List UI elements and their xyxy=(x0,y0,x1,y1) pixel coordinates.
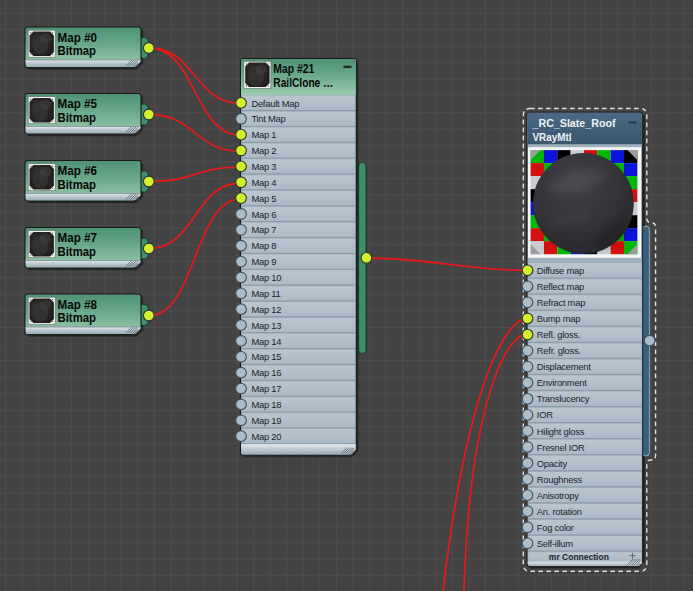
svg-text:VRayMtl: VRayMtl xyxy=(533,131,572,143)
svg-text:Bitmap: Bitmap xyxy=(58,44,97,58)
svg-text:Map 13: Map 13 xyxy=(251,320,281,331)
svg-text:Default Map: Default Map xyxy=(251,98,299,109)
svg-text:Fresnel IOR: Fresnel IOR xyxy=(537,442,585,453)
svg-text:Refl. gloss.: Refl. gloss. xyxy=(537,329,580,340)
svg-text:Map 1: Map 1 xyxy=(251,129,276,140)
svg-text:Diffuse map: Diffuse map xyxy=(537,265,584,276)
svg-text:Map 17: Map 17 xyxy=(251,383,281,394)
svg-text:Map #5: Map #5 xyxy=(58,97,98,111)
svg-text:Map #8: Map #8 xyxy=(58,298,98,312)
svg-text:Map 6: Map 6 xyxy=(251,209,276,220)
svg-text:Displacement: Displacement xyxy=(537,361,591,372)
svg-text:RailClone …: RailClone … xyxy=(273,76,333,90)
svg-text:Map 7: Map 7 xyxy=(251,224,276,235)
svg-text:Roughness: Roughness xyxy=(537,474,583,485)
svg-text:Translucency: Translucency xyxy=(537,393,590,404)
svg-text:Map #0: Map #0 xyxy=(58,31,98,45)
svg-text:Tint Map: Tint Map xyxy=(251,113,285,124)
svg-text:Map 14: Map 14 xyxy=(251,336,281,347)
svg-text:Map 8: Map 8 xyxy=(251,240,276,251)
svg-text:Map 5: Map 5 xyxy=(251,193,276,204)
svg-text:Map #21: Map #21 xyxy=(273,62,314,76)
svg-text:Refr. gloss.: Refr. gloss. xyxy=(537,345,581,356)
svg-text:Map 18: Map 18 xyxy=(251,399,281,410)
svg-text:Hilight gloss: Hilight gloss xyxy=(537,426,585,437)
svg-text:Anisotropy: Anisotropy xyxy=(537,490,579,501)
svg-text:Fog color: Fog color xyxy=(537,522,574,533)
svg-text:Self-illum: Self-illum xyxy=(537,538,573,549)
svg-text:Map 20: Map 20 xyxy=(251,431,281,442)
svg-text:Map 19: Map 19 xyxy=(251,415,281,426)
svg-text:Map 11: Map 11 xyxy=(251,288,280,299)
svg-text:Opacity: Opacity xyxy=(537,458,568,469)
svg-text:Bitmap: Bitmap xyxy=(58,111,97,125)
svg-text:Map 9: Map 9 xyxy=(251,256,276,267)
svg-text:Bump map: Bump map xyxy=(537,313,580,324)
svg-text:Map 10: Map 10 xyxy=(251,272,281,283)
svg-text:Bitmap: Bitmap xyxy=(58,311,97,325)
svg-text:Bitmap: Bitmap xyxy=(58,178,97,192)
svg-text:Map 15: Map 15 xyxy=(251,351,281,362)
svg-text:_RC_Slate_Roof: _RC_Slate_Roof xyxy=(532,117,616,129)
svg-text:Environment: Environment xyxy=(537,377,588,388)
svg-text:Map 12: Map 12 xyxy=(251,304,281,315)
svg-text:mr Connection: mr Connection xyxy=(549,551,609,562)
svg-text:Map 4: Map 4 xyxy=(251,177,276,188)
svg-text:Map 16: Map 16 xyxy=(251,367,281,378)
svg-text:Reflect map: Reflect map xyxy=(537,281,584,292)
svg-text:Map #7: Map #7 xyxy=(58,231,98,245)
svg-text:Map 2: Map 2 xyxy=(251,145,276,156)
svg-text:Bitmap: Bitmap xyxy=(58,245,97,259)
svg-text:Refract map: Refract map xyxy=(537,297,585,308)
svg-text:An. rotation: An. rotation xyxy=(537,506,582,517)
svg-text:Map #6: Map #6 xyxy=(58,164,98,178)
svg-text:IOR: IOR xyxy=(537,409,553,420)
svg-text:Map 3: Map 3 xyxy=(251,161,276,172)
